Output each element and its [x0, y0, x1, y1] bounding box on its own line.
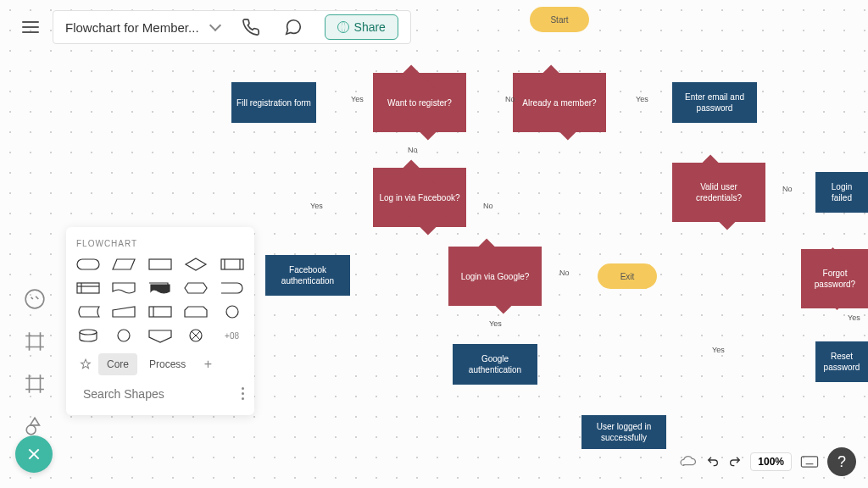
edge-label-yes: Yes	[351, 95, 364, 103]
search-input[interactable]	[83, 387, 231, 401]
node-want-register[interactable]: Want to register?	[373, 73, 466, 132]
svg-point-12	[226, 306, 238, 318]
frame-tool-icon[interactable]	[24, 330, 46, 352]
node-login-google[interactable]: Login via Google?	[448, 247, 542, 306]
shape-stored-data[interactable]	[76, 304, 100, 319]
search-row	[76, 384, 244, 403]
menu-icon[interactable]	[15, 12, 46, 42]
cloud-sync-icon[interactable]	[679, 455, 698, 469]
shape-connector[interactable]	[220, 304, 244, 319]
undo-icon[interactable]	[706, 455, 720, 469]
kebab-menu-icon[interactable]	[238, 384, 248, 403]
edge-label-no: No	[782, 185, 793, 193]
document-title: Flowchart for Member...	[65, 20, 199, 35]
panel-tabs: Core Process +	[76, 353, 244, 375]
shape-or[interactable]	[184, 328, 208, 343]
node-logged-in[interactable]: User logged in successfully	[581, 415, 666, 449]
svg-rect-7	[77, 283, 99, 293]
edge-label-yes: Yes	[848, 313, 860, 322]
shape-preparation[interactable]	[184, 280, 208, 296]
svg-point-13	[80, 330, 97, 335]
node-enter-email[interactable]: Enter email and password	[672, 82, 757, 123]
shape-offpage[interactable]	[148, 328, 172, 343]
comment-icon[interactable]	[282, 16, 304, 38]
svg-rect-10	[149, 307, 171, 317]
shape-circle[interactable]	[112, 328, 136, 343]
node-login-failed[interactable]: Login failed	[815, 172, 868, 213]
svg-rect-2	[77, 259, 99, 269]
svg-point-1	[26, 425, 36, 435]
edge-label-yes: Yes	[310, 202, 323, 210]
shape-card[interactable]	[148, 304, 172, 319]
edge-label-no: No	[559, 269, 570, 277]
edge-label-no: No	[408, 146, 418, 154]
document-title-box[interactable]: Flowchart for Member... Share	[53, 10, 411, 44]
svg-rect-32	[801, 457, 817, 467]
node-start[interactable]: Start	[530, 7, 589, 32]
shape-multi-document[interactable]	[148, 280, 172, 296]
left-tool-rail	[24, 288, 46, 437]
tab-core[interactable]: Core	[98, 353, 137, 375]
shapes-tool-icon[interactable]	[24, 415, 46, 437]
keyboard-icon[interactable]	[800, 456, 819, 468]
redo-icon[interactable]	[728, 455, 742, 469]
svg-rect-3	[149, 259, 171, 269]
shape-decision[interactable]	[184, 257, 208, 272]
phone-icon[interactable]	[240, 16, 262, 38]
shape-terminator[interactable]	[76, 257, 100, 272]
top-toolbar: Flowchart for Member... Share	[15, 10, 411, 44]
shape-predefined[interactable]	[220, 257, 244, 272]
add-tab-button[interactable]: +	[198, 354, 218, 374]
edge-label-yes: Yes	[636, 95, 648, 103]
shapes-panel: FLOWCHART +08 Core Process +	[66, 227, 254, 415]
node-already-member[interactable]: Already a member?	[513, 73, 606, 132]
sticker-tool-icon[interactable]	[24, 288, 46, 310]
shape-data[interactable]	[112, 257, 136, 272]
shape-database[interactable]	[76, 328, 100, 343]
tab-process[interactable]: Process	[141, 353, 194, 375]
shape-internal-storage[interactable]	[76, 280, 100, 296]
help-button[interactable]: ?	[827, 447, 856, 476]
node-facebook-auth[interactable]: Facebook authentication	[265, 255, 350, 296]
node-google-auth[interactable]: Google authentication	[453, 344, 537, 385]
shape-loop-limit[interactable]	[184, 304, 208, 319]
node-exit[interactable]: Exit	[598, 263, 657, 289]
shape-process[interactable]	[148, 257, 172, 272]
chevron-down-icon[interactable]	[209, 19, 220, 31]
edge-label-no: No	[505, 95, 515, 103]
edge-label-yes: Yes	[489, 319, 502, 328]
share-button[interactable]: Share	[325, 14, 398, 40]
shape-delay[interactable]	[220, 280, 244, 296]
shape-grid: +08	[76, 257, 244, 343]
edge-label-yes: Yes	[712, 346, 725, 354]
pin-icon[interactable]	[76, 355, 95, 374]
bottom-toolbar: 100% ?	[679, 447, 856, 476]
zoom-level[interactable]: 100%	[750, 452, 792, 471]
svg-point-14	[118, 330, 130, 341]
frame-tool-2-icon[interactable]	[24, 373, 46, 395]
panel-title: FLOWCHART	[76, 239, 244, 248]
share-label: Share	[354, 20, 386, 34]
shape-manual-input[interactable]	[112, 304, 136, 319]
node-fill-form[interactable]: Fill registration form	[231, 82, 316, 123]
edge-label-no: No	[483, 202, 493, 210]
svg-point-0	[25, 290, 44, 308]
shape-document[interactable]	[112, 280, 136, 296]
node-login-facebook[interactable]: Log in via Facebook?	[373, 168, 466, 227]
more-shapes-button[interactable]: +08	[220, 328, 244, 343]
globe-icon	[337, 21, 349, 33]
node-forgot-pw[interactable]: Forgot password?	[801, 249, 868, 308]
node-reset-pw[interactable]: Reset password	[815, 341, 868, 382]
close-fab-button[interactable]	[15, 435, 53, 473]
node-valid-creds[interactable]: Valid user credentials?	[672, 163, 765, 222]
